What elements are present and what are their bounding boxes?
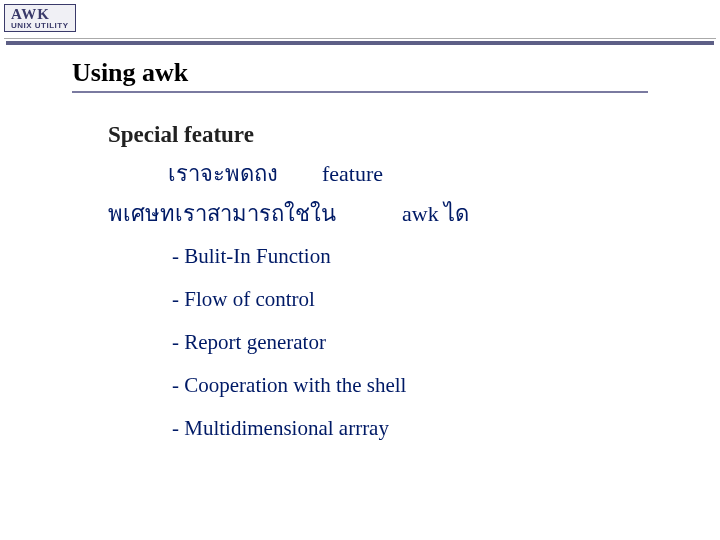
intro-2-thai: พเศษทเราสามารถใชใน	[108, 201, 336, 226]
list-item: - Report generator	[172, 330, 406, 355]
list-item: - Bulit-In Function	[172, 244, 406, 269]
intro-1-en: feature	[322, 161, 383, 186]
list-item: - Multidimensional arrray	[172, 416, 406, 441]
logo-sub-text: UNIX UTILITY	[11, 21, 69, 30]
intro-line-1: เราจะพดถง feature	[168, 156, 383, 191]
header-rule-wide	[6, 41, 714, 45]
header-bar: AWK UNIX UTILITY	[0, 4, 720, 42]
intro-2-en: awk ได	[402, 201, 469, 226]
list-item: - Cooperation with the shell	[172, 373, 406, 398]
title-underline	[72, 91, 648, 93]
page-title: Using awk	[72, 58, 188, 88]
feature-list: - Bulit-In Function - Flow of control - …	[172, 244, 406, 459]
header-rule-thin	[4, 38, 716, 39]
intro-1-thai: เราจะพดถง	[168, 161, 278, 186]
intro-line-2: พเศษทเราสามารถใชใน awk ได	[108, 196, 469, 231]
logo-block: AWK UNIX UTILITY	[4, 4, 76, 32]
sub-heading: Special feature	[108, 122, 254, 148]
list-item: - Flow of control	[172, 287, 406, 312]
